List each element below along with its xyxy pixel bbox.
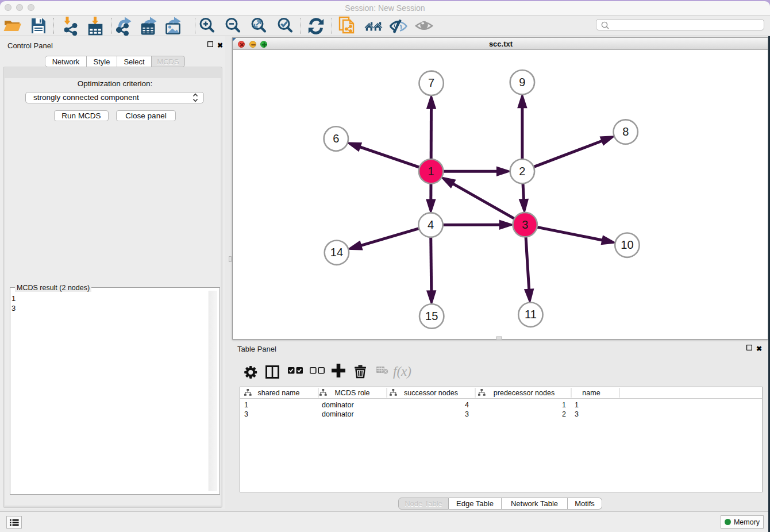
svg-text:7: 7	[428, 76, 434, 89]
svg-text:1: 1	[428, 165, 434, 178]
svg-text:9: 9	[519, 76, 525, 88]
svg-text:f(x): f(x)	[393, 364, 411, 379]
svg-text:successor nodes: successor nodes	[404, 389, 458, 397]
svg-text:10: 10	[621, 238, 633, 251]
svg-text:name: name	[582, 389, 600, 397]
svg-text:8: 8	[622, 125, 629, 138]
svg-text:4: 4	[428, 218, 434, 231]
svg-text:shared name: shared name	[258, 389, 300, 397]
svg-text:15: 15	[425, 310, 438, 322]
svg-text:11: 11	[525, 308, 537, 321]
svg-text:3: 3	[522, 218, 528, 231]
svg-text:6: 6	[333, 132, 339, 145]
svg-text:predecessor nodes: predecessor nodes	[494, 389, 555, 397]
svg-text:2: 2	[519, 165, 525, 178]
svg-text:14: 14	[330, 246, 343, 259]
svg-text:MCDS role: MCDS role	[334, 389, 369, 397]
